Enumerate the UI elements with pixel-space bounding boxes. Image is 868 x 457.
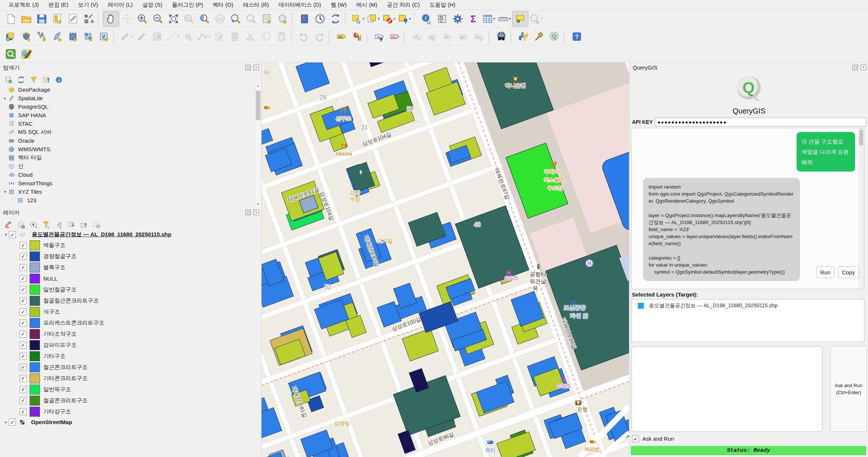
undo-button[interactable]	[296, 29, 312, 44]
category-checkbox[interactable]: ✓	[20, 331, 27, 338]
redo-button[interactable]	[312, 29, 327, 44]
zoom-full-button[interactable]	[166, 11, 181, 26]
menu-벡터[interactable]: 벡터 (O)	[208, 0, 238, 10]
legend-item-기타강구조[interactable]: ✓기타강구조	[0, 406, 260, 417]
chat-scrollbar[interactable]	[858, 128, 864, 289]
category-checkbox[interactable]: ✓	[20, 286, 27, 293]
modify-attributes-button[interactable]	[212, 29, 227, 44]
diagrams-button[interactable]	[349, 29, 365, 44]
vertex-tool-button[interactable]: ▾	[196, 29, 212, 44]
statistics-button[interactable]: Σ	[465, 11, 481, 26]
measure-button[interactable]: ▾	[497, 11, 512, 26]
browser-item-123[interactable]: 123	[0, 196, 255, 204]
legend-item-벽돌구조[interactable]: ✓벽돌구조	[0, 240, 260, 251]
browser-item-MS-SQL-서버[interactable]: MS SQL 서버	[0, 128, 255, 136]
python-console-button[interactable]	[516, 29, 531, 44]
label-rotate-button[interactable]: abc	[456, 29, 471, 44]
run-button[interactable]: Run	[816, 266, 835, 278]
browser-item-WMS-WMTS[interactable]: WMS/WMTS	[0, 145, 255, 153]
menu-도움말[interactable]: 도움말 (H)	[425, 0, 460, 10]
browser-item-GeoPackage[interactable]: GeoPackage	[0, 85, 255, 94]
label-select-button[interactable]: ab	[409, 29, 425, 44]
browser-item-SAP-HANA[interactable]: SAP HANA	[0, 111, 255, 119]
querygis-plugin-button[interactable]: Q	[547, 29, 562, 44]
add-vectortile-button[interactable]	[81, 29, 96, 44]
osm-go-button[interactable]: ▾	[528, 11, 544, 26]
scroll-down-icon[interactable]: ▼	[255, 202, 261, 207]
legend-item-일반철골구조[interactable]: ✓일반철골구조	[0, 284, 260, 295]
browser-item-벡터-타일[interactable]: 벡터 타일	[0, 153, 255, 162]
osm-place-search-button[interactable]	[18, 47, 34, 61]
menu-래스터[interactable]: 래스터 (R)	[238, 0, 274, 10]
label-red-button[interactable]: abc	[387, 29, 403, 44]
bookmarks-button[interactable]	[297, 11, 312, 26]
legend-item-기타구조[interactable]: ✓기타구조	[0, 351, 260, 362]
symbology-button[interactable]: a	[81, 11, 96, 26]
legend-item-NULL[interactable]: ✓NULL	[0, 273, 260, 284]
selected-layer-item[interactable]: 용도별건물공간정보 — AL_D198_11680_20250115.shp	[632, 299, 864, 312]
browser-float-icon[interactable]	[245, 65, 251, 70]
l-style-icon[interactable]	[4, 221, 13, 229]
cut-features-button[interactable]	[243, 29, 258, 44]
scroll-up-icon[interactable]: ▲	[255, 84, 261, 89]
legend-item-석구조[interactable]: ✓석구조	[0, 306, 260, 317]
actions-button[interactable]	[434, 11, 450, 26]
l-expression-icon[interactable]: ε	[55, 221, 63, 229]
category-checkbox[interactable]: ✓	[20, 275, 27, 282]
zoom-last-button[interactable]	[228, 11, 243, 26]
layer-osm-row[interactable]: ▸✓OpenStreetMap	[0, 417, 260, 427]
layout-manager-button[interactable]	[65, 11, 81, 26]
menu-편집[interactable]: 편집 (E)	[44, 0, 73, 10]
b-add-icon[interactable]	[4, 76, 13, 84]
osm-checkbox[interactable]: ✓	[9, 419, 16, 426]
label-change-button[interactable]: abc	[471, 29, 487, 44]
file-new-button[interactable]	[3, 11, 18, 26]
add-wfs-button[interactable]	[18, 29, 34, 44]
browser-item-Oracle[interactable]: Oracle	[0, 136, 255, 145]
browser-item-신[interactable]: 신	[0, 162, 255, 170]
menu-플러그인[interactable]: 플러그인 (P)	[167, 0, 208, 10]
category-checkbox[interactable]: ✓	[20, 353, 27, 360]
layer-root-row[interactable]: ▾✓용도별건물공간정보 — AL_D198_11680_20250115.shp	[0, 230, 260, 240]
browser-item-Cloud[interactable]: Cloud	[0, 170, 255, 179]
menu-웹[interactable]: 웹 (W)	[326, 0, 351, 10]
legend-item-철골콘크리트구조[interactable]: ✓철골콘크리트구조	[0, 395, 260, 406]
category-checkbox[interactable]: ✓	[20, 308, 27, 315]
new-3d-map-button[interactable]	[275, 11, 290, 26]
move-feature-button[interactable]	[181, 29, 196, 44]
prompt-textarea[interactable]	[632, 346, 822, 432]
select-value-button[interactable]: ▾	[366, 11, 381, 26]
delete-selected-button[interactable]	[227, 29, 243, 44]
ask-and-run-checkbox[interactable]: ✓	[632, 435, 639, 442]
deselect-button[interactable]: ▾	[381, 11, 397, 26]
chat-history[interactable]: 각 건물 구조별로 색깔을 다르게 표현해줘 import random fro…	[632, 128, 864, 289]
add-vector-button[interactable]	[34, 29, 50, 44]
zoom-in-button[interactable]	[135, 11, 150, 26]
b-info-icon[interactable]: i	[55, 76, 63, 84]
processing-toolbox-button[interactable]	[531, 29, 547, 44]
new-map-view-button[interactable]	[259, 11, 275, 26]
ask-and-run-button[interactable]: Ask and Run(Ctrl+Enter)	[830, 346, 867, 432]
attr-table-button[interactable]: ▾	[481, 11, 497, 26]
l-addgroup-icon[interactable]	[17, 221, 25, 229]
browser-item-STAC[interactable]: STAC	[0, 119, 255, 128]
menu-보기[interactable]: 보기 (V)	[73, 0, 103, 10]
browser-item-XYZ-Tiles[interactable]: ▾XYZ Tiles	[0, 187, 255, 196]
zoom-next-button[interactable]	[243, 11, 259, 26]
maptips-button[interactable]	[512, 11, 528, 27]
browser-close-icon[interactable]: ×	[253, 65, 259, 70]
zoom-layer-button[interactable]	[197, 11, 212, 26]
menu-데이터베이스[interactable]: 데이터베이스 (D)	[274, 0, 326, 10]
save-button[interactable]	[34, 11, 50, 26]
options-button[interactable]	[450, 11, 465, 26]
menu-프로젝트[interactable]: 프로젝트 (J)	[4, 0, 44, 10]
zoom-selection-button[interactable]	[181, 11, 197, 26]
browser-item-SpatiaLite[interactable]: ▸SpatiaLite	[0, 94, 255, 102]
label-move-button[interactable]: abc	[440, 29, 456, 44]
layers-close-icon[interactable]: ×	[253, 210, 259, 215]
select-rect-button[interactable]: ▾	[350, 11, 366, 26]
b-collapse-icon[interactable]	[42, 76, 50, 84]
b-refresh-icon[interactable]	[17, 76, 25, 84]
legend-item-철근콘크리트구조[interactable]: ✓철근콘크리트구조	[0, 362, 260, 373]
toggle-editing-button[interactable]: ▾	[118, 29, 134, 44]
